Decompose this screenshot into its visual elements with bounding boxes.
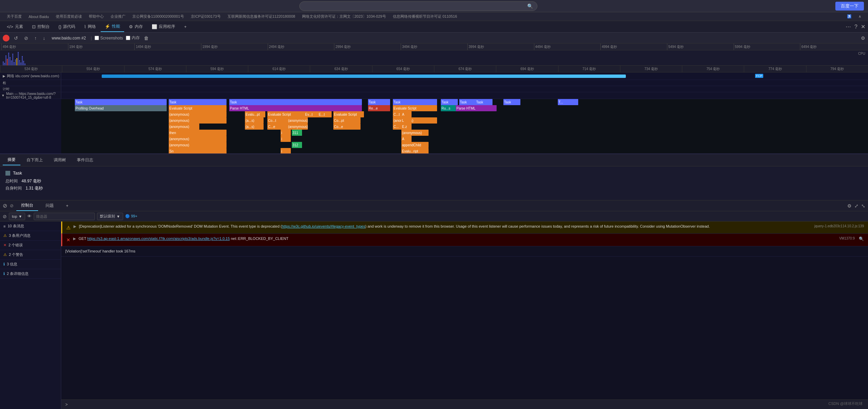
- task-block-20[interactable]: (anonymous): [287, 124, 308, 130]
- task-block-16[interactable]: Evaluate Script: [267, 111, 308, 117]
- search-bar[interactable]: 🔍: [299, 1, 537, 11]
- task-block-8[interactable]: (anonymous): [169, 136, 227, 142]
- error-search-icon[interactable]: 🔍: [859, 236, 864, 242]
- task-block-29[interactable]: Co...pt: [333, 117, 361, 124]
- task-block-9[interactable]: (anonymous): [169, 142, 227, 148]
- task-block-23[interactable]: i: [281, 136, 291, 142]
- task-block-43[interactable]: appendChild: [401, 142, 429, 148]
- task-block-18[interactable]: C...e: [267, 124, 288, 130]
- main-expand-icon[interactable]: ▼: [1, 94, 5, 97]
- console-minimize-icon[interactable]: ⤡: [861, 203, 865, 209]
- network-expand-icon[interactable]: ▶: [3, 74, 5, 78]
- task-block-48[interactable]: Task: [475, 99, 493, 105]
- task-block-25[interactable]: i: [281, 148, 291, 153]
- task-block-7[interactable]: then: [169, 130, 227, 136]
- task-block-0[interactable]: Task: [75, 99, 167, 105]
- task-block-24[interactable]: 312: [292, 142, 302, 148]
- tab-bottom-up[interactable]: 自下而上: [22, 155, 48, 165]
- task-block-28[interactable]: Evaluate Script: [333, 111, 364, 117]
- expand-error-0[interactable]: ▶: [73, 236, 76, 242]
- task-block-22[interactable]: 311: [292, 130, 302, 136]
- tab-summary[interactable]: 摘要: [3, 155, 20, 165]
- tab-console[interactable]: ⊡ 控制台: [28, 22, 54, 32]
- tab-performance[interactable]: ⚡ 性能: [101, 22, 124, 32]
- settings-icon[interactable]: ⚙: [861, 35, 865, 41]
- tab-event-log[interactable]: 事件日志: [72, 155, 98, 165]
- tab-memory[interactable]: ⚙ 内存: [125, 22, 147, 32]
- link-business[interactable]: 企业推广: [111, 14, 126, 19]
- link-terms[interactable]: 使用百度前必读: [56, 14, 82, 19]
- record-button[interactable]: [3, 35, 10, 42]
- task-block-50[interactable]: Task: [503, 99, 520, 105]
- warning-link-0[interactable]: https://w3c.github.io/uievents/#legacy-e…: [282, 224, 365, 228]
- task-block-10[interactable]: Sn: [169, 148, 227, 153]
- close-devtools-icon[interactable]: ✕: [861, 23, 865, 30]
- task-block-49[interactable]: Parse HTML: [456, 105, 497, 111]
- warning-source-0[interactable]: jquery-1.edb203c114.10.2.js:139: [814, 224, 864, 229]
- link-about-en[interactable]: About Baidu: [29, 15, 49, 19]
- tab-application[interactable]: ⬜ 应用程序: [148, 22, 179, 32]
- console-clear-button[interactable]: ⊘: [3, 202, 7, 209]
- sidebar-verbose[interactable]: ℹ 2 条详细信息: [0, 269, 61, 279]
- eye-icon[interactable]: 👁: [27, 214, 32, 219]
- task-block-39[interactable]: L: [401, 117, 412, 124]
- task-block-44[interactable]: Evalu...ript: [401, 148, 429, 153]
- task-block-15[interactable]: (a...s): [245, 124, 264, 130]
- task-block-42[interactable]: A: [401, 136, 412, 142]
- task-block-47[interactable]: Task: [459, 99, 476, 105]
- task-block-30[interactable]: Co...e: [333, 124, 361, 130]
- task-block-36[interactable]: (anonymous): [393, 117, 437, 124]
- task-block-46[interactable]: Ru...s: [441, 105, 458, 111]
- task-block-41[interactable]: (anonymous): [401, 130, 429, 136]
- task-block-33[interactable]: Task: [393, 99, 437, 105]
- task-block-19[interactable]: (anonymous): [287, 117, 308, 124]
- tab-more[interactable]: +: [180, 22, 190, 32]
- expand-warning-0[interactable]: ▶: [73, 224, 76, 230]
- task-block-5[interactable]: (anonymous): [169, 117, 227, 124]
- task-block-14[interactable]: (a...s): [245, 117, 264, 124]
- baidu-search-button[interactable]: 百度一下: [835, 2, 864, 11]
- down-button[interactable]: ↓: [41, 35, 47, 42]
- tab-elements[interactable]: </> 元素: [3, 22, 27, 32]
- tab-sources[interactable]: {} 源代码: [54, 22, 80, 32]
- task-block-32[interactable]: Re...e: [368, 105, 390, 111]
- screenshots-toggle[interactable]: Screenshots: [95, 36, 123, 40]
- task-block-51[interactable]: T...: [558, 99, 578, 105]
- sidebar-info[interactable]: ℹ 3 信息: [0, 260, 61, 269]
- task-block-6[interactable]: (anonymous): [169, 124, 199, 130]
- task-block-31[interactable]: Task: [368, 99, 390, 105]
- memory-toggle[interactable]: 内存: [126, 35, 140, 41]
- task-block-21[interactable]: i: [281, 130, 291, 136]
- error-link-0[interactable]: https://s3.ap-east-1.amazonaws.com/stati…: [87, 236, 230, 241]
- task-block-12[interactable]: Parse HTML: [229, 105, 362, 111]
- help-icon[interactable]: ?: [854, 24, 857, 30]
- error-source-0[interactable]: VM1370:9: [839, 236, 855, 241]
- sidebar-user-messages[interactable]: ⚠ 3 条用户消息: [0, 231, 61, 241]
- more-options-icon[interactable]: ⋯: [846, 23, 851, 30]
- console-maximize-icon[interactable]: ⤢: [854, 203, 858, 209]
- delete-recording-button[interactable]: 🗑: [144, 35, 149, 41]
- console-search-input[interactable]: [34, 213, 95, 220]
- task-block-4[interactable]: (anonymous): [169, 111, 227, 117]
- task-block-13[interactable]: Evalu...pt: [245, 111, 265, 117]
- task-block-27[interactable]: E...t: [318, 111, 332, 117]
- task-block-45[interactable]: Task: [441, 99, 458, 105]
- task-block-3[interactable]: Evaluate Script: [169, 105, 227, 111]
- task-block-17[interactable]: Co...t: [267, 117, 288, 124]
- task-block-2[interactable]: Task: [169, 99, 227, 105]
- console-filter-clear[interactable]: ⊘: [3, 214, 7, 219]
- collapse-icon[interactable]: ∧: [858, 14, 861, 19]
- console-input[interactable]: [70, 402, 864, 407]
- task-block-40[interactable]: E.z: [401, 124, 412, 130]
- level-filter-button[interactable]: 默认级别 ▼: [97, 213, 123, 220]
- task-block-11[interactable]: Task: [229, 99, 362, 105]
- link-help[interactable]: 帮助中心: [89, 14, 104, 19]
- task-block-1[interactable]: Profiling Overhead: [75, 105, 167, 111]
- console-tab[interactable]: 控制台: [16, 201, 38, 211]
- sidebar-warnings[interactable]: ⚠ 2 个警告: [0, 250, 61, 260]
- issues-tab[interactable]: 问题: [41, 201, 59, 211]
- link-about[interactable]: 关于百度: [7, 14, 22, 19]
- sidebar-errors[interactable]: ✕ 2 个错误: [0, 241, 61, 250]
- console-settings-icon[interactable]: ⚙: [847, 203, 852, 209]
- add-tab-button[interactable]: +: [61, 201, 73, 211]
